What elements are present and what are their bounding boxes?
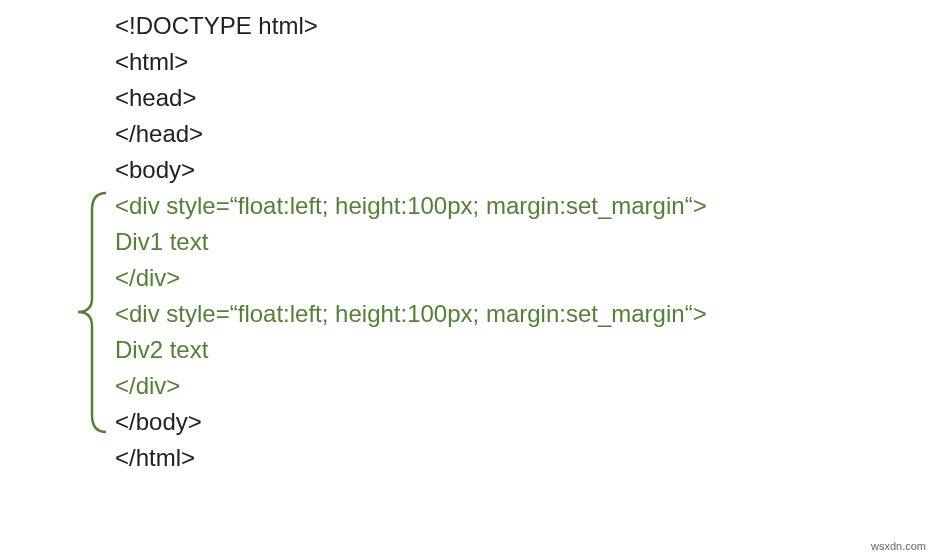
code-line-highlight: <div style=“float:left; height:100px; ma… <box>115 188 934 224</box>
code-line: <html> <box>115 44 934 80</box>
code-line-highlight: </div> <box>115 368 934 404</box>
code-line: </html> <box>115 440 934 476</box>
code-line-highlight: <div style=“float:left; height:100px; ma… <box>115 296 934 332</box>
watermark: wsxdn.com <box>871 538 926 555</box>
code-line-highlight: </div> <box>115 260 934 296</box>
code-line: <head> <box>115 80 934 116</box>
code-line-highlight: Div1 text <box>115 224 934 260</box>
code-snippet: <!DOCTYPE html> <html> <head> </head> <b… <box>0 0 934 476</box>
curly-brace-icon <box>72 190 112 435</box>
code-line: <body> <box>115 152 934 188</box>
code-line: <!DOCTYPE html> <box>115 8 934 44</box>
code-line-highlight: Div2 text <box>115 332 934 368</box>
code-line: </head> <box>115 116 934 152</box>
code-line: </body> <box>115 404 934 440</box>
